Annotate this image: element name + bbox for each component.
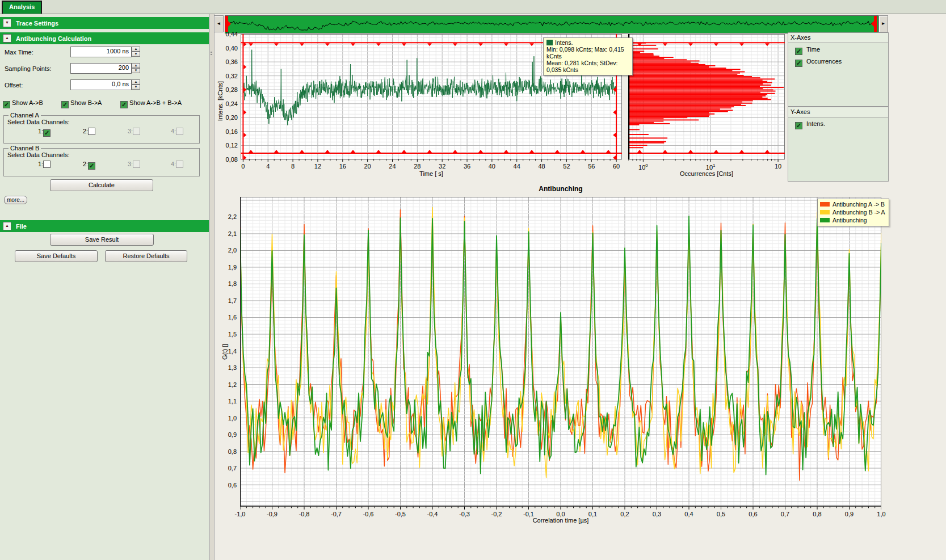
show-option-label: Show A->B — [12, 99, 43, 106]
checkbox[interactable] — [176, 161, 183, 168]
show-option-label: Show A->B + B->A — [129, 99, 182, 106]
field-input[interactable]: 0,0 ns — [70, 79, 132, 90]
x-tick-label-clipped: 10 — [775, 163, 781, 170]
sidebar-splitter[interactable] — [209, 14, 215, 560]
channel-checkbox-cell[interactable]: 2: — [83, 128, 95, 135]
x-tick-label: 36 — [464, 163, 470, 170]
collapse-up-icon[interactable]: ▲ — [3, 222, 11, 230]
x-tick-label: -0,4 — [427, 511, 438, 517]
x-tick-label: -0,6 — [363, 511, 374, 517]
y-tick-label: 0,36 — [214, 58, 238, 65]
x-tick-label: 100 — [638, 163, 648, 171]
x-tick-label: 40 — [489, 163, 495, 170]
y-tick-label: 0,32 — [214, 73, 238, 79]
channel-number-label: 1: — [38, 161, 43, 167]
channel-number-label: 3: — [128, 128, 133, 134]
spinner-up-icon[interactable]: ▲ — [132, 63, 140, 68]
x-tick-label: 0,4 — [684, 511, 693, 517]
restore-defaults-button[interactable]: Restore Defaults — [105, 250, 187, 262]
file-header[interactable]: ▲ File — [0, 220, 209, 232]
x-tick-label: -0,8 — [299, 511, 310, 517]
spinner: ▲▼ — [132, 47, 140, 57]
expand-down-icon[interactable]: ▼ — [3, 19, 11, 27]
channel-number-label: 2: — [83, 128, 88, 134]
tab-analysis[interactable]: Analysis — [2, 1, 42, 14]
tab-bar: Analysis — [0, 0, 946, 14]
checkbox[interactable]: ✓ — [795, 122, 802, 129]
x-tick-label: 0,5 — [717, 511, 725, 517]
y-tick-label: 2,2 — [214, 213, 237, 220]
channel-checkbox-cell[interactable]: 1: — [38, 161, 51, 168]
y-tick-label: 0,12 — [214, 142, 238, 149]
checkbox[interactable] — [133, 161, 140, 168]
show-option[interactable]: ✓ Show A->B + B->A — [120, 99, 182, 108]
channel-number-label: 1: — [38, 128, 43, 134]
spinner-up-icon[interactable]: ▲ — [132, 79, 140, 85]
spinner-up-icon[interactable]: ▲ — [132, 47, 140, 52]
field-input[interactable]: 1000 ns — [70, 47, 132, 57]
checkbox[interactable]: ✓ — [795, 48, 802, 55]
channel-number-label: 2: — [83, 161, 88, 167]
x-tick-label: 1,0 — [877, 511, 885, 517]
checkbox[interactable]: ✓ — [795, 60, 802, 67]
legend-entry: Antibunching B -> A — [820, 208, 885, 216]
file-title: File — [16, 223, 27, 230]
x-tick-label: 48 — [538, 163, 545, 170]
trace-settings-header[interactable]: ▼ Trace Settings — [0, 17, 209, 29]
collapse-up-icon[interactable]: ▲ — [3, 34, 11, 43]
axis-toggle-label: Occurrences — [806, 58, 842, 65]
spinner-down-icon[interactable]: ▼ — [132, 52, 140, 57]
x-tick-label: 101 — [706, 163, 716, 171]
strip-scroll-left-button[interactable]: ◄ — [214, 15, 224, 32]
axis-toggle[interactable]: ✓Time — [795, 46, 888, 55]
axis-toggle[interactable]: ✓Occurrences — [795, 58, 888, 67]
checkbox[interactable]: ✓ — [120, 101, 128, 108]
channel-checkbox-cell[interactable]: 3: — [128, 161, 140, 168]
strip-scroll-right-button[interactable]: ► — [878, 15, 888, 32]
checkbox[interactable] — [88, 128, 95, 135]
channel-checkbox-cell[interactable]: 4: — [171, 161, 183, 168]
channel-checkbox-cell[interactable]: 1:✓ — [38, 128, 51, 137]
channel-group: Channel BSelect Data Channels:1:2:✓3:4: — [3, 148, 200, 176]
save-defaults-button[interactable]: Save Defaults — [15, 250, 98, 262]
spinner-down-icon[interactable]: ▼ — [132, 68, 140, 73]
calculate-button[interactable]: Calculate — [50, 179, 153, 191]
occurrence-histogram-plot[interactable] — [628, 34, 785, 163]
channel-checkbox-cell[interactable]: 3: — [128, 128, 140, 135]
show-option[interactable]: ✓ Show B->A — [61, 99, 102, 108]
checkbox[interactable]: ✓ — [61, 101, 69, 108]
y-tick-label: 1,8 — [214, 280, 237, 287]
overview-strip[interactable] — [225, 15, 878, 33]
y-tick-label: 1,6 — [214, 314, 237, 321]
y-tick-label: 1,3 — [214, 364, 237, 371]
y-tick-label: 2,0 — [214, 247, 237, 254]
checkbox[interactable] — [133, 128, 140, 135]
overview-trace[interactable] — [225, 16, 877, 32]
y-tick-label: 0,8 — [214, 448, 237, 455]
more-button[interactable]: more... — [4, 196, 27, 204]
channel-checkbox-cell[interactable]: 2:✓ — [83, 161, 95, 170]
y-tick-label: 0,08 — [214, 156, 238, 163]
field-input[interactable]: 200 — [70, 63, 132, 74]
spinner-down-icon[interactable]: ▼ — [132, 85, 140, 90]
y-tick-label: 1,9 — [214, 264, 237, 271]
splitter-grip-icon — [211, 52, 212, 70]
antibunching-title: Antibunching — [539, 185, 582, 193]
x-tick-label: 0,1 — [588, 511, 597, 517]
checkbox[interactable]: ✓ — [3, 101, 10, 108]
checkbox[interactable]: ✓ — [43, 129, 51, 137]
x-tick-label: 60 — [613, 163, 620, 170]
antibunching-plot[interactable] — [240, 197, 881, 511]
intensity-stats-tooltip: Intens. Min: 0,098 kCnts; Max: 0,415 kCn… — [543, 37, 633, 75]
checkbox[interactable]: ✓ — [88, 162, 95, 170]
checkbox[interactable] — [43, 161, 51, 168]
x-tick-label: -0,2 — [491, 511, 502, 517]
checkbox[interactable] — [176, 128, 183, 135]
channel-checkbox-cell[interactable]: 4: — [171, 128, 183, 135]
antibunching-calc-header[interactable]: ▲ Antibunching Calculation — [0, 32, 209, 44]
show-option[interactable]: ✓ Show A->B — [3, 99, 43, 108]
axis-toggle[interactable]: ✓Intens. — [795, 120, 888, 129]
x-tick-label: 32 — [439, 163, 445, 170]
x-axes-header: X-Axes — [788, 33, 888, 43]
save-result-button[interactable]: Save Result — [50, 234, 154, 246]
